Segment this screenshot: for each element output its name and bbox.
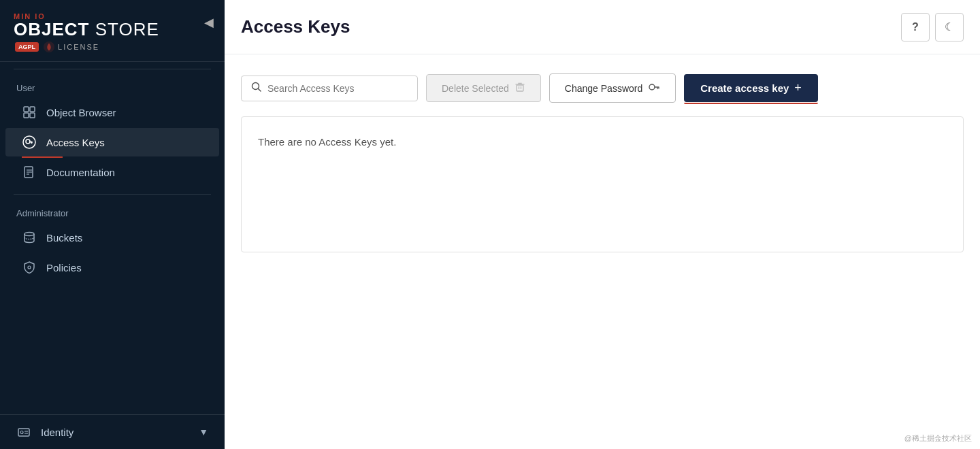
key-circle-icon [22,135,37,150]
admin-section-label: Administrator [0,201,225,222]
grid-icon [22,105,37,120]
content-area: Delete Selected Change Password [225,54,980,449]
identity-left: Identity [16,425,74,439]
search-icon [251,82,262,95]
key-icon [648,81,660,95]
database-icon [22,230,37,245]
svg-rect-3 [24,113,29,118]
sidebar-item-identity[interactable]: Identity ▼ [0,415,225,449]
svg-point-23 [649,84,655,90]
id-card-icon [16,425,31,439]
toolbar: Delete Selected Change Password [241,73,964,103]
change-password-label: Change Password [565,83,642,94]
svg-point-12 [28,266,31,269]
license-text: LICENSE [58,43,99,51]
svg-rect-13 [18,429,29,436]
empty-state-text: There are no Access Keys yet. [258,136,396,148]
sidebar-divider-mid [14,194,211,195]
plus-icon: + [794,81,802,95]
sidebar-item-documentation[interactable]: Documentation [5,158,219,186]
sidebar-divider-top [14,69,211,69]
page-title: Access Keys [241,16,350,37]
topbar-actions: ? ☾ [901,13,964,41]
sidebar-item-object-browser[interactable]: Object Browser [5,98,219,127]
user-section-label: User [0,76,225,97]
sidebar-header: ◀ MIN IO OBJECT STORE AGPL LICENSE [0,0,225,62]
collapse-button[interactable]: ◀ [204,15,214,30]
watermark: @稀土掘金技术社区 [904,433,972,444]
doc-icon [22,165,37,180]
agpl-icon [43,41,55,53]
brand-license: AGPL LICENSE [14,41,211,53]
brand-store-text: OBJECT STORE [14,20,159,38]
delete-selected-button[interactable]: Delete Selected [426,74,541,102]
sidebar: ◀ MIN IO OBJECT STORE AGPL LICENSE User [0,0,225,449]
chevron-down-icon: ▼ [199,427,208,437]
sidebar-item-access-keys[interactable]: Access Keys [5,128,219,156]
shield-icon [22,260,37,275]
svg-rect-2 [30,107,35,112]
svg-point-11 [24,233,34,236]
brand-logo: MIN IO OBJECT STORE [14,12,211,38]
documentation-label: Documentation [46,167,115,178]
svg-line-18 [259,88,261,91]
access-keys-label: Access Keys [46,137,105,148]
topbar: Access Keys ? ☾ [225,0,980,54]
sidebar-item-buckets[interactable]: Buckets [5,223,219,252]
search-input[interactable] [267,83,408,94]
policies-label: Policies [46,262,82,273]
create-access-key-button[interactable]: Create access key + [684,74,818,102]
main-content: Access Keys ? ☾ [225,0,980,449]
sidebar-bottom: Identity ▼ [0,414,225,449]
empty-state: There are no Access Keys yet. [241,116,964,252]
svg-rect-19 [517,85,523,91]
search-box[interactable] [241,76,418,101]
help-icon: ? [912,21,919,33]
identity-label: Identity [41,427,74,438]
svg-rect-4 [30,113,35,118]
svg-point-14 [20,431,23,434]
create-access-key-label: Create access key [700,82,789,94]
agpl-badge: AGPL [15,42,39,52]
buckets-label: Buckets [46,232,82,244]
delete-label: Delete Selected [442,83,509,94]
change-password-button[interactable]: Change Password [549,73,676,103]
theme-toggle-button[interactable]: ☾ [935,13,964,41]
object-browser-label: Object Browser [46,107,116,118]
moon-icon: ☾ [945,20,954,33]
svg-rect-1 [24,107,29,112]
sidebar-item-policies[interactable]: Policies [5,253,219,282]
trash-icon [514,82,525,95]
help-button[interactable]: ? [901,13,930,41]
